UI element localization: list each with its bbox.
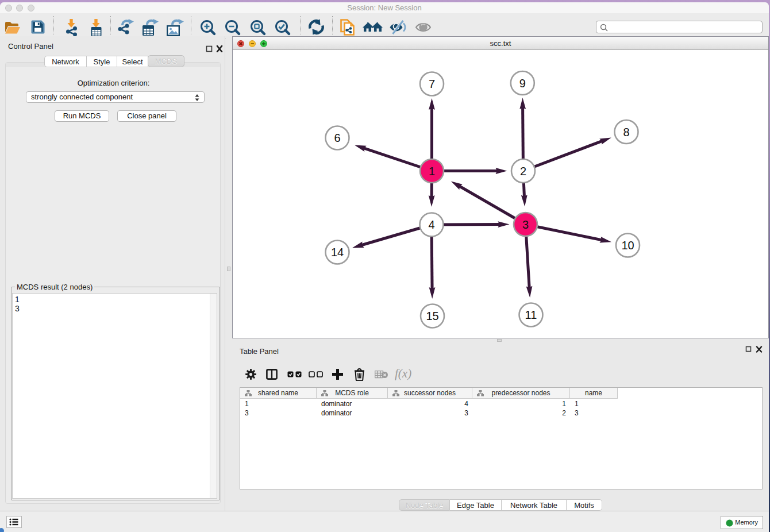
svg-text:8: 8 xyxy=(623,126,629,138)
svg-text:6: 6 xyxy=(334,132,340,144)
svg-text:15: 15 xyxy=(426,310,438,322)
svg-text:11: 11 xyxy=(525,309,537,321)
svg-text:7: 7 xyxy=(429,78,435,90)
svg-text:4: 4 xyxy=(428,218,434,231)
svg-text:2: 2 xyxy=(520,165,526,178)
svg-text:1: 1 xyxy=(429,165,435,178)
svg-text:9: 9 xyxy=(519,77,526,90)
svg-text:10: 10 xyxy=(621,239,634,252)
svg-text:14: 14 xyxy=(331,246,344,259)
svg-text:3: 3 xyxy=(522,218,529,231)
